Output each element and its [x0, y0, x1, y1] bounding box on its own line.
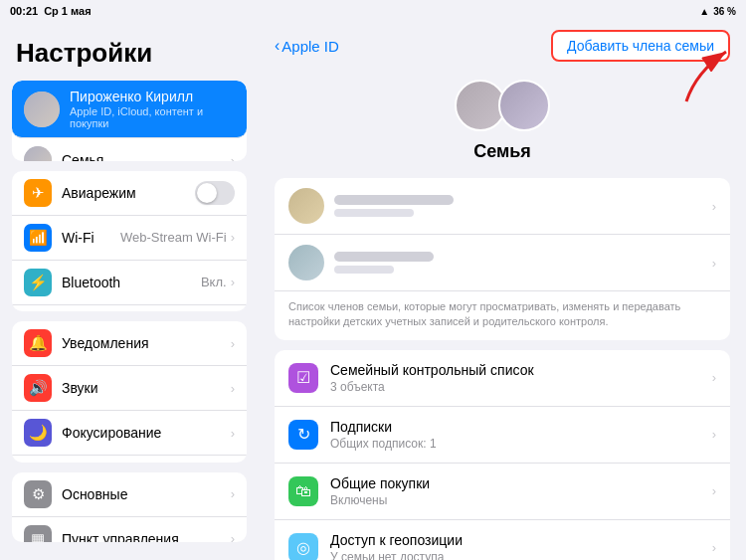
- day: Ср 1 мая: [44, 5, 91, 17]
- subscriptions-title: Подписки: [330, 419, 712, 435]
- feature-row-subscriptions[interactable]: ↻ Подписки Общих подписок: 1 ›: [275, 407, 730, 464]
- wifi-value: Web-Stream Wi-Fi: [120, 230, 227, 245]
- sidebar-title: Настройки: [0, 30, 259, 81]
- features-section: ☑ Семейный контрольный список 3 объекта …: [275, 350, 730, 560]
- family-avatars: [455, 80, 550, 131]
- sidebar-item-airplane[interactable]: ✈ Авиарежим: [12, 171, 247, 216]
- chevron-icon: ›: [231, 153, 235, 161]
- chevron-icon: ›: [712, 199, 716, 214]
- right-content: Семья ›: [259, 70, 746, 560]
- family-members-section: › › Список членов семьи, которые могут п…: [275, 178, 730, 340]
- time: 00:21: [10, 5, 38, 17]
- general-section: ⚙ Основные › ▦ Пункт управления ›: [12, 472, 247, 542]
- control-icon: ▦: [24, 525, 52, 542]
- chevron-icon: ›: [231, 426, 235, 441]
- member-name-blur-2: [334, 252, 434, 262]
- control-text: Пункт управления: [62, 531, 231, 542]
- sidebar-item-screentime[interactable]: ⏱ Экранное время ›: [12, 456, 247, 463]
- bluetooth-text: Bluetooth: [62, 275, 201, 290]
- member-info-2: [334, 252, 712, 274]
- feature-row-parental[interactable]: ☑ Семейный контрольный список 3 объекта …: [275, 350, 730, 407]
- focus-icon: 🌙: [24, 419, 52, 447]
- airplane-label: Авиарежим: [62, 185, 195, 201]
- bluetooth-value: Вкл.: [201, 275, 227, 289]
- sidebar-item-bluetooth[interactable]: ⚡ Bluetooth Вкл. ›: [12, 261, 247, 305]
- airplane-text: Авиарежим: [62, 185, 195, 201]
- sounds-label: Звуки: [62, 380, 231, 396]
- purchases-sub: Включены: [330, 493, 712, 507]
- member-avatar-2: [288, 245, 324, 280]
- sidebar-item-general[interactable]: ⚙ Основные ›: [12, 472, 247, 517]
- location-icon: ◎: [288, 533, 318, 560]
- purchases-icon: 🛍: [288, 476, 318, 506]
- general-label: Основные: [62, 486, 231, 502]
- main-layout: Настройки Пироженко Кирилл Apple ID, iCl…: [0, 22, 746, 560]
- right-header: ‹ Apple ID Добавить члена семьи: [259, 22, 746, 70]
- chevron-icon: ›: [231, 230, 235, 245]
- sidebar-item-focus[interactable]: 🌙 Фокусирование ›: [12, 411, 247, 456]
- sidebar-item-sounds[interactable]: 🔊 Звуки ›: [12, 366, 247, 411]
- right-panel: ‹ Apple ID Добавить члена семьи Семья: [259, 22, 746, 560]
- chevron-icon: ›: [231, 275, 235, 289]
- status-right: ▲ 36 %: [699, 6, 736, 17]
- chevron-icon: ›: [712, 483, 716, 498]
- focus-text: Фокусирование: [62, 425, 231, 441]
- sidebar-item-control[interactable]: ▦ Пункт управления ›: [12, 517, 247, 542]
- member-row-2[interactable]: ›: [275, 235, 730, 291]
- sidebar-item-family[interactable]: Семья ›: [12, 138, 247, 161]
- notifications-section: 🔔 Уведомления › 🔊 Звуки › 🌙 Фокусировани…: [12, 321, 247, 463]
- wifi-text: Wi-Fi: [62, 230, 120, 246]
- right-panel-wrapper: ‹ Apple ID Добавить члена семьи Семья: [259, 22, 746, 560]
- battery: 36 %: [713, 6, 736, 17]
- chevron-icon: ›: [231, 336, 235, 351]
- airplane-icon: ✈: [24, 179, 52, 207]
- member-sub-blur-1: [334, 209, 414, 217]
- airplane-toggle[interactable]: [195, 181, 235, 205]
- parental-text: Семейный контрольный список 3 объекта: [330, 362, 712, 394]
- control-label: Пункт управления: [62, 531, 231, 542]
- account-sub: Apple ID, iCloud, контент и покупки: [70, 105, 235, 129]
- sidebar-item-account[interactable]: Пироженко Кирилл Apple ID, iCloud, конте…: [12, 81, 247, 138]
- purchases-title: Общие покупки: [330, 475, 712, 491]
- network-section: ✈ Авиарежим 📶 Wi-Fi Web-Stream Wi-Fi › ⚡: [12, 171, 247, 312]
- parental-sub: 3 объекта: [330, 380, 712, 394]
- back-link[interactable]: ‹ Apple ID: [275, 37, 339, 55]
- chevron-icon: ›: [231, 531, 235, 542]
- sidebar-item-notifications[interactable]: 🔔 Уведомления ›: [12, 321, 247, 366]
- chevron-icon: ›: [712, 540, 716, 555]
- location-sub: У семьи нет доступа: [330, 550, 712, 560]
- member-name-blur-1: [334, 195, 454, 205]
- general-text: Основные: [62, 486, 231, 502]
- sidebar-item-wifi[interactable]: 📶 Wi-Fi Web-Stream Wi-Fi ›: [12, 216, 247, 261]
- notifications-icon: 🔔: [24, 329, 52, 357]
- feature-row-location[interactable]: ◎ Доступ к геопозиции У семьи нет доступ…: [275, 520, 730, 560]
- family-avatar-2: [498, 80, 550, 131]
- status-bar: 00:21 Ср 1 мая ▲ 36 %: [0, 0, 746, 22]
- feature-row-purchases[interactable]: 🛍 Общие покупки Включены ›: [275, 464, 730, 520]
- bluetooth-icon: ⚡: [24, 269, 52, 296]
- member-avatar-1: [288, 188, 324, 224]
- family-text: Семья: [62, 152, 231, 161]
- account-text: Пироженко Кирилл Apple ID, iCloud, конте…: [70, 89, 235, 129]
- parental-title: Семейный контрольный список: [330, 362, 712, 378]
- notifications-label: Уведомления: [62, 335, 231, 351]
- family-label: Семья: [62, 152, 231, 161]
- account-section: Пироженко Кирилл Apple ID, iCloud, конте…: [12, 81, 247, 161]
- member-row-1[interactable]: ›: [275, 178, 730, 235]
- sidebar: Настройки Пироженко Кирилл Apple ID, iCl…: [0, 22, 259, 560]
- wifi-icon: ▲: [699, 6, 709, 17]
- sounds-text: Звуки: [62, 380, 231, 396]
- notifications-text: Уведомления: [62, 335, 231, 351]
- wifi-label: Wi-Fi: [62, 230, 120, 246]
- sounds-icon: 🔊: [24, 374, 52, 402]
- sidebar-item-vpn[interactable]: 🔒 VPN Не подключен ›: [12, 305, 247, 312]
- chevron-icon: ›: [712, 427, 716, 442]
- back-chevron-icon: ‹: [275, 37, 280, 55]
- account-name: Пироженко Кирилл: [70, 89, 235, 104]
- subscriptions-text: Подписки Общих подписок: 1: [330, 419, 712, 451]
- location-title: Доступ к геопозиции: [330, 532, 712, 548]
- add-family-member-button[interactable]: Добавить члена семьи: [551, 30, 730, 62]
- family-title: Семья: [473, 141, 531, 162]
- wifi-sidebar-icon: 📶: [24, 224, 52, 252]
- family-avatar-pic: [24, 146, 52, 161]
